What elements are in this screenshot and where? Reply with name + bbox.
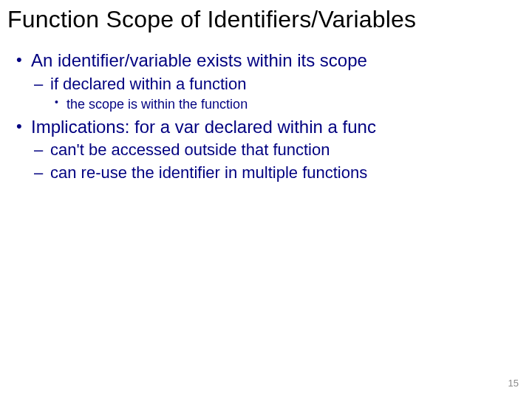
bullet-list-level2: if declared within a function the scope … <box>31 74 519 113</box>
bullet-text: if declared within a function <box>50 75 246 93</box>
bullet-item: can re-use the identifier in multiple fu… <box>31 163 519 183</box>
bullet-item: if declared within a function the scope … <box>31 74 519 113</box>
bullet-text: can re-use the identifier in multiple fu… <box>50 163 367 182</box>
bullet-text: An identifier/variable exists within its… <box>31 50 367 70</box>
bullet-text: can't be accessed outside that function <box>50 140 330 159</box>
bullet-item: can't be accessed outside that function <box>31 140 519 160</box>
slide-body: An identifier/variable exists within its… <box>0 33 532 183</box>
slide: Function Scope of Identifiers/Variables … <box>0 0 532 399</box>
bullet-text: the scope is within the function <box>66 97 248 112</box>
bullet-item: the scope is within the function <box>50 96 519 113</box>
bullet-list-level3: the scope is within the function <box>50 96 519 113</box>
page-number: 15 <box>508 378 519 389</box>
bullet-item: An identifier/variable exists within its… <box>13 50 519 113</box>
bullet-list-level1: An identifier/variable exists within its… <box>13 50 519 183</box>
bullet-text: Implications: for a var declared within … <box>31 117 376 137</box>
bullet-list-level2: can't be accessed outside that function … <box>31 140 519 183</box>
bullet-item: Implications: for a var declared within … <box>13 116 519 183</box>
slide-title: Function Scope of Identifiers/Variables <box>0 0 532 33</box>
